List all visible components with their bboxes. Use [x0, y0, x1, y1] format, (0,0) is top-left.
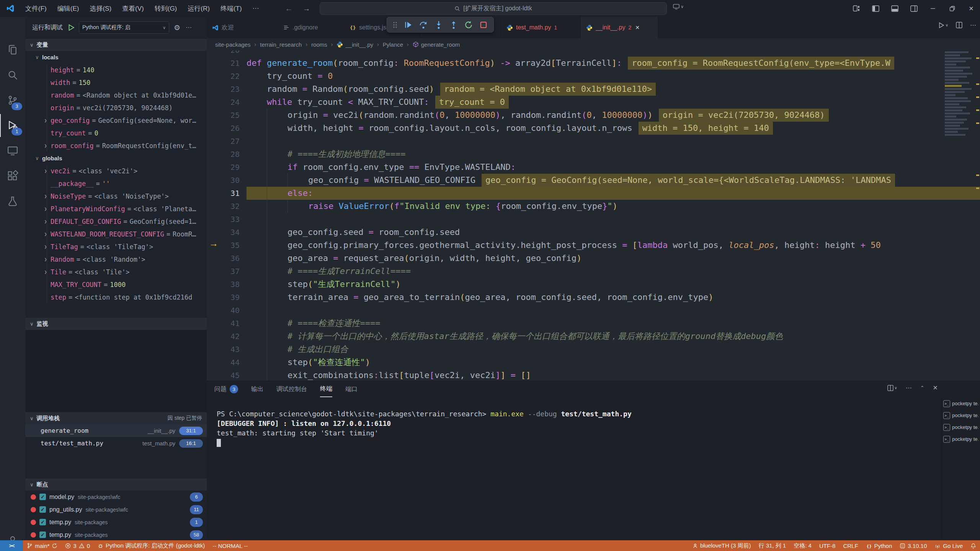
code-line[interactable]: geo_config = WASTELAND_GEO_CONFIGgeo_con… — [247, 174, 980, 187]
status-item-main*[interactable]: main* — [23, 540, 61, 551]
menu-item[interactable]: 转到(G) — [150, 3, 182, 15]
code-line[interactable]: geo_config.seed = room_config.seed — [247, 226, 980, 239]
variable-row[interactable]: MAX_TRY_COUNT=1000 — [25, 278, 207, 291]
menu-item[interactable]: 选择(S) — [85, 3, 116, 15]
activity-item-remote-explorer-icon[interactable] — [0, 139, 25, 162]
menu-item[interactable]: 编辑(E) — [53, 3, 84, 15]
variable-row[interactable]: ❯NoiseType=<class 'NoiseType'> — [25, 190, 207, 202]
variables-section-header[interactable]: ∨变量 — [25, 38, 207, 51]
variable-row[interactable]: width=150 — [25, 76, 207, 89]
maximize-panel-icon[interactable]: ⌃ — [920, 385, 924, 391]
customize-layout-icon[interactable] — [848, 0, 865, 17]
status-item-3.10.10[interactable]: 3.10.10 — [896, 540, 931, 551]
menu-item[interactable]: 运行(R) — [183, 3, 214, 15]
breakpoint-checkbox[interactable]: ✓ — [39, 531, 46, 538]
status-item-UTF-8[interactable]: UTF-8 — [815, 540, 840, 551]
breakpoint-row[interactable]: ✓png_utils.pysite-packages\wfc11 — [25, 503, 207, 516]
variable-row[interactable]: random=<Random object at 0x1bf9d01e… — [25, 89, 207, 101]
step-over-icon[interactable] — [418, 20, 428, 29]
code-line[interactable]: raise ValueError(f"Invalid env type: {ro… — [247, 200, 980, 213]
variable-row[interactable]: ❯WASTELAND_ROOM_REQUEST_CONFIG=RoomR… — [25, 228, 207, 240]
variable-row[interactable]: ❯vec2i=<class 'vec2i'> — [25, 165, 207, 177]
close-window-icon[interactable]: ✕ — [962, 0, 980, 17]
start-debug-icon[interactable] — [67, 24, 75, 31]
variables-group[interactable]: ∨globals — [25, 152, 207, 165]
minimap[interactable] — [945, 51, 975, 166]
status-item[interactable] — [967, 540, 980, 551]
panel-tab-调试控制台[interactable]: 调试控制台 — [276, 381, 307, 397]
split-editor-icon[interactable] — [956, 22, 962, 28]
code-line[interactable]: if room_config.env_type == EnvType.WASTE… — [247, 161, 980, 174]
status-item-行[interactable]: 行 31, 列 1 — [755, 540, 790, 551]
breakpoint-checkbox[interactable]: ✓ — [39, 519, 46, 525]
code-editor[interactable]: 2021222324252627282930313233343536373839… — [207, 51, 980, 381]
debug-config-dropdown[interactable]: Python 调试程序: 启 ∨ — [79, 21, 169, 34]
code-line[interactable]: geo_area = request_area(origin, width, h… — [247, 252, 980, 265]
call-stack-section-header[interactable]: ∨调用堆栈 因 step 已暂停 — [25, 412, 207, 424]
code-line[interactable]: step("生成TerrainCell") — [247, 278, 980, 291]
command-center[interactable]: [扩展开发宿主] godot-ldtk — [320, 2, 667, 15]
code-line[interactable]: try_count = 0 — [247, 70, 980, 83]
code-line[interactable]: width, height = room_config.layout.n_col… — [247, 122, 980, 135]
close-tab-icon[interactable]: ✕ — [635, 24, 640, 31]
code-line[interactable]: origin = vec2i(random.randint(0, 1000000… — [247, 109, 980, 122]
panel-tab-问题[interactable]: 问题3 — [214, 381, 238, 397]
code-line[interactable]: # ====检查连通性==== — [247, 317, 980, 330]
variable-row[interactable]: ❯Tile=<class 'Tile'> — [25, 266, 207, 278]
breadcrumb-item[interactable]: Pylance — [383, 41, 403, 48]
panel-tab-终端[interactable]: 终端 — [320, 381, 332, 397]
tab-欢迎[interactable]: 欢迎 — [207, 17, 278, 38]
variable-row[interactable]: height=140 — [25, 64, 207, 76]
terminal-session-item[interactable]: >_pocketpy te… — [942, 421, 978, 433]
variable-row[interactable]: __package__='' — [25, 177, 207, 190]
code-line[interactable] — [247, 135, 980, 148]
activity-item-extensions-icon[interactable] — [0, 165, 25, 187]
code-line[interactable]: step("检查连通性") — [247, 356, 980, 369]
variable-row[interactable]: origin=vec2i(7205730, 9024468) — [25, 101, 207, 114]
menu-item[interactable]: 文件(F) — [21, 3, 51, 15]
code-line[interactable]: # ====生成初始地理信息==== — [247, 148, 980, 161]
debug-settings-gear-icon[interactable]: ⚙ — [174, 23, 180, 32]
back-icon[interactable]: ← — [285, 4, 293, 13]
variable-row[interactable]: ❯room_config=RoomRequestConfig(env_t… — [25, 139, 207, 152]
status-item-空格:[interactable]: 空格: 4 — [790, 540, 815, 551]
breakpoint-checkbox[interactable]: ✓ — [39, 506, 46, 513]
variable-row[interactable]: ❯Random=<class 'Random'> — [25, 253, 207, 266]
tab-test_math.py[interactable]: test_math.py1 — [501, 17, 581, 38]
code-line[interactable] — [247, 213, 980, 226]
restore-icon[interactable] — [943, 0, 961, 17]
more-actions-icon[interactable]: ⋯ — [970, 21, 976, 29]
status-item-Python[interactable]: {}Python — [862, 540, 896, 551]
menu-item[interactable]: ··· — [248, 3, 264, 14]
code-line[interactable]: geo_config.primary_forces.geothermal_act… — [247, 239, 980, 252]
call-stack-frame[interactable]: generate_room__init__.py31:1 — [25, 424, 207, 437]
variable-row[interactable]: step=<function step at 0x1bf9cd216d — [25, 291, 207, 303]
continue-icon[interactable] — [403, 20, 413, 29]
code-line[interactable]: terrain_area = geo_area_to_terrain(geo_a… — [247, 291, 980, 304]
run-python-file-icon[interactable]: ∨ — [938, 22, 948, 29]
status-item-Go[interactable]: Go Live — [931, 540, 967, 551]
variable-row[interactable]: ❯DEFAULT_GEO_CONFIG=GeoConfig(seed=1… — [25, 215, 207, 228]
toggle-panel-icon[interactable] — [886, 0, 903, 17]
terminal-session-item[interactable]: >_pocketpy te… — [942, 409, 978, 421]
call-stack-frame[interactable]: test/test_math.pytest_math.py16:1 — [25, 437, 207, 450]
variables-group[interactable]: ∨locals — [25, 51, 207, 64]
status-item-CRLF[interactable]: CRLF — [839, 540, 862, 551]
code-line[interactable]: else: — [247, 187, 980, 200]
breakpoint-row[interactable]: ✓model.pysite-packages\wfc6 — [25, 491, 207, 503]
activity-item-files-icon[interactable] — [0, 38, 25, 61]
minimize-icon[interactable]: ─ — [924, 0, 942, 17]
code-line[interactable] — [247, 51, 980, 57]
tab-.gdignore[interactable]: .gdignore — [278, 17, 344, 38]
code-line[interactable]: while try_count < MAX_TRY_COUNT:try_coun… — [247, 96, 980, 109]
terminal-output[interactable]: PS C:\computer_science\godot-ldtk\site-p… — [217, 409, 632, 447]
breadcrumb-item[interactable]: rooms — [311, 41, 327, 48]
code-line[interactable]: exit_combinations:list[tuple[vec2i, vec2… — [247, 369, 980, 381]
drag-handle-icon[interactable] — [392, 21, 398, 29]
panel-more-actions-icon[interactable]: ⋯ — [906, 384, 912, 391]
close-panel-icon[interactable]: ✕ — [933, 384, 938, 391]
breakpoints-section-header[interactable]: ∨断点 — [25, 478, 207, 491]
views-more-actions-icon[interactable]: ··· — [186, 24, 192, 31]
activity-item-run-debug-icon[interactable]: 1 — [0, 114, 25, 137]
restart-icon[interactable] — [464, 20, 473, 29]
